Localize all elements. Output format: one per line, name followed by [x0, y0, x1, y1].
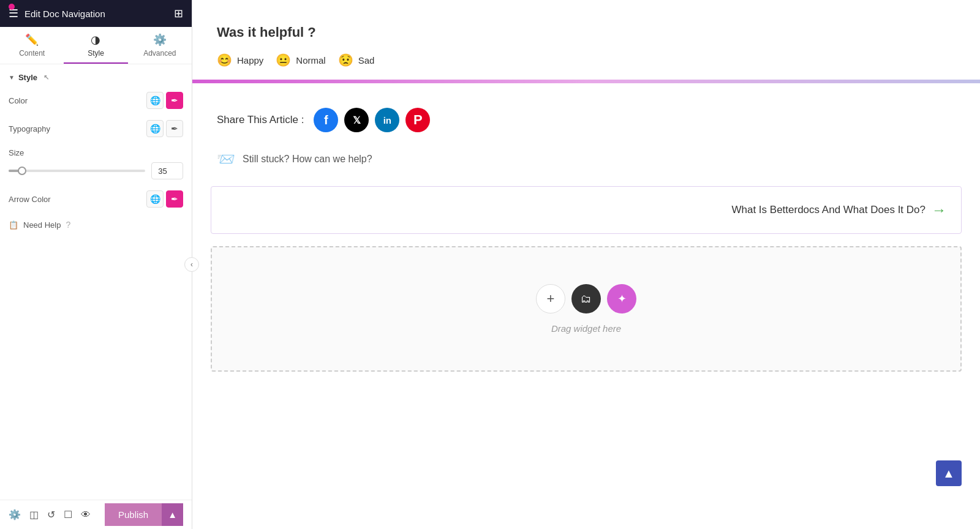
sidebar-collapse-button[interactable]: ‹	[184, 257, 199, 272]
tab-style[interactable]: ◑ Style	[64, 27, 127, 64]
nav-next: What Is Betterdocs And What Does It Do? …	[731, 201, 946, 219]
emoji-normal[interactable]: 😐 Normal	[276, 53, 325, 67]
tab-bar: ✏️ Content ◑ Style ⚙️ Advanced	[0, 27, 192, 64]
nav-next-title: What Is Betterdocs And What Does It Do?	[731, 204, 925, 216]
size-input[interactable]	[151, 162, 183, 179]
add-widget-button[interactable]: +	[536, 284, 565, 313]
color-control: Color 🌐 ✒	[9, 92, 183, 109]
typography-global-btn[interactable]: 🌐	[146, 120, 164, 137]
color-pick-btn[interactable]: ✒	[166, 92, 183, 109]
pinterest-icon[interactable]: P	[405, 108, 430, 132]
sad-label: Sad	[358, 55, 375, 66]
share-label: Share This Article :	[217, 114, 304, 126]
happy-emoji: 😊	[217, 53, 232, 67]
tab-content-label: Content	[19, 49, 45, 58]
main-content: Was it helpful ? 😊 Happy 😐 Normal 😟 Sad	[192, 0, 980, 529]
helpful-section: Was it helpful ? 😊 Happy 😐 Normal 😟 Sad	[192, 0, 980, 80]
share-section: Share This Article : f 𝕏 in P	[192, 83, 980, 144]
publish-button[interactable]: Publish	[105, 503, 162, 526]
color-label: Color	[9, 96, 28, 105]
nav-card[interactable]: What Is Betterdocs And What Does It Do? …	[211, 186, 962, 234]
tab-advanced[interactable]: ⚙️ Advanced	[128, 27, 192, 64]
header-title: Edit Doc Navigation	[24, 9, 105, 19]
normal-label: Normal	[296, 55, 325, 66]
grid-icon[interactable]: ⊞	[174, 7, 183, 20]
eye-icon[interactable]: 👁	[81, 509, 91, 520]
happy-label: Happy	[237, 55, 263, 66]
advanced-icon: ⚙️	[153, 33, 167, 47]
tab-content[interactable]: ✏️ Content	[0, 27, 64, 64]
twitter-icon[interactable]: 𝕏	[344, 108, 369, 132]
normal-emoji: 😐	[276, 53, 291, 67]
arrow-global-btn[interactable]: 🌐	[146, 190, 164, 208]
drop-buttons: + 🗂 ✦	[536, 284, 636, 313]
sparkle-button[interactable]: ✦	[607, 284, 636, 313]
color-global-btn[interactable]: 🌐	[146, 92, 164, 109]
folder-button[interactable]: 🗂	[571, 284, 601, 313]
sidebar-header-left: ☰ Edit Doc Navigation	[9, 7, 105, 20]
color-actions: 🌐 ✒	[146, 92, 183, 109]
sidebar: ☰ Edit Doc Navigation ⊞ ✏️ Content ◑ Sty…	[0, 0, 192, 529]
helpful-title: Was it helpful ?	[217, 24, 956, 40]
typography-control: Typography 🌐 ✒	[9, 120, 183, 137]
typography-actions: 🌐 ✒	[146, 120, 183, 137]
drag-text: Drag widget here	[551, 323, 621, 334]
arrow-color-label: Arrow Color	[9, 195, 51, 204]
preview-icon[interactable]: ☐	[64, 509, 72, 520]
social-icons: f 𝕏 in P	[314, 108, 430, 132]
typography-label: Typography	[9, 124, 50, 133]
arrow-color-control: Arrow Color 🌐 ✒	[9, 190, 183, 208]
email-icon: 📨	[217, 151, 235, 168]
need-help-icon: 📋	[9, 220, 18, 230]
publish-dropdown-button[interactable]: ▲	[162, 503, 183, 526]
slider-controls	[9, 162, 183, 179]
arrow-pick-btn[interactable]: ✒	[166, 190, 183, 208]
section-arrow: ▼	[9, 74, 15, 81]
share-row: Share This Article : f 𝕏 in P	[217, 108, 956, 132]
bottom-bar: ⚙️ ◫ ↺ ☐ 👁 Publish ▲	[0, 500, 192, 529]
sidebar-header: ☰ Edit Doc Navigation ⊞	[0, 0, 192, 27]
emoji-row: 😊 Happy 😐 Normal 😟 Sad	[217, 53, 956, 67]
sad-emoji: 😟	[338, 53, 353, 67]
section-style-label: Style	[18, 73, 37, 82]
still-stuck-text: Still stuck? How can we help?	[243, 154, 372, 165]
scroll-top-button[interactable]: ▲	[936, 460, 962, 486]
emoji-sad[interactable]: 😟 Sad	[338, 53, 375, 67]
need-help-label: Need Help	[23, 220, 61, 230]
slider-thumb[interactable]	[18, 167, 26, 175]
history-icon[interactable]: ↺	[47, 509, 55, 520]
style-icon: ◑	[91, 33, 100, 47]
typography-edit-btn[interactable]: ✒	[166, 120, 183, 137]
cursor-placeholder: ↖	[43, 73, 49, 81]
tab-advanced-label: Advanced	[143, 49, 176, 58]
emoji-happy[interactable]: 😊 Happy	[217, 53, 263, 67]
arrow-color-actions: 🌐 ✒	[146, 190, 183, 208]
tab-style-label: Style	[88, 49, 104, 58]
bottom-icons: ⚙️ ◫ ↺ ☐ 👁	[9, 509, 91, 520]
content-icon: ✏️	[25, 33, 39, 47]
nav-arrow-icon: →	[932, 201, 946, 219]
help-question-icon: ?	[66, 220, 70, 230]
pink-dot	[9, 4, 15, 10]
content-area: Was it helpful ? 😊 Happy 😐 Normal 😟 Sad	[192, 0, 980, 529]
size-label: Size	[9, 148, 183, 157]
size-control: Size	[9, 148, 183, 179]
settings-icon[interactable]: ⚙️	[9, 509, 21, 520]
drop-zone: + 🗂 ✦ Drag widget here	[211, 246, 962, 372]
need-help[interactable]: 📋 Need Help ?	[9, 220, 183, 230]
slider-track[interactable]	[9, 170, 145, 172]
facebook-icon[interactable]: f	[314, 108, 338, 132]
publish-wrapper: Publish ▲	[105, 503, 183, 526]
layers-icon[interactable]: ◫	[29, 509, 39, 520]
section-style: ▼ Style ↖	[9, 73, 183, 82]
linkedin-icon[interactable]: in	[375, 108, 399, 132]
sidebar-content: ▼ Style ↖ Color 🌐 ✒ Typography 🌐 ✒ Size	[0, 64, 192, 500]
still-stuck-section: 📨 Still stuck? How can we help?	[192, 144, 980, 180]
